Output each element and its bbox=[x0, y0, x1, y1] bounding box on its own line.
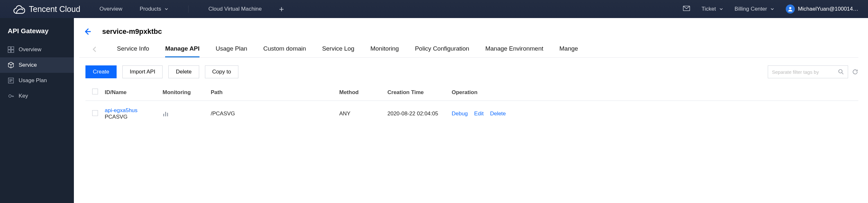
sidebar-item-usage-plan[interactable]: Usage Plan bbox=[0, 73, 74, 88]
topnav-right: Ticket Billing Center MichaelYuan@100014… bbox=[683, 4, 858, 14]
svg-rect-5 bbox=[11, 50, 14, 52]
svg-point-8 bbox=[839, 70, 842, 73]
tab-label: Manage Environment bbox=[486, 45, 544, 52]
svg-rect-4 bbox=[8, 50, 10, 52]
tab-label: Service Info bbox=[117, 45, 149, 52]
cell-monitoring bbox=[162, 101, 211, 127]
nav-billing-label: Billing Center bbox=[735, 6, 767, 12]
tab-usage-plan[interactable]: Usage Plan bbox=[216, 41, 247, 57]
nav-divider bbox=[188, 5, 189, 12]
api-id-link[interactable]: api-egxa5hus bbox=[105, 107, 162, 114]
tab-label: Service Log bbox=[322, 45, 354, 52]
row-checkbox[interactable] bbox=[92, 110, 98, 116]
col-method: Method bbox=[339, 85, 388, 101]
svg-rect-10 bbox=[165, 112, 166, 116]
api-table: ID/Name Monitoring Path Method Creation … bbox=[86, 85, 858, 127]
sidebar: API Gateway Overview Service Usage Plan … bbox=[0, 18, 74, 203]
col-op: Operation bbox=[452, 85, 858, 101]
chevron-down-icon bbox=[164, 7, 168, 11]
svg-rect-9 bbox=[163, 114, 164, 116]
tabs: Service Info Manage API Usage Plan Custo… bbox=[79, 41, 858, 58]
svg-rect-3 bbox=[11, 47, 14, 49]
svg-point-7 bbox=[9, 95, 11, 97]
sidebar-item-overview[interactable]: Overview bbox=[0, 42, 74, 57]
tab-label: Policy Configuration bbox=[415, 45, 469, 52]
page-title: service-m9pxktbc bbox=[102, 27, 162, 36]
nav-products-label: Products bbox=[140, 6, 161, 12]
col-path: Path bbox=[211, 85, 339, 101]
tab-service-info[interactable]: Service Info bbox=[117, 41, 149, 57]
nav-cvm[interactable]: Cloud Virtual Machine bbox=[209, 6, 262, 12]
toolbar-search bbox=[768, 66, 858, 78]
list-icon bbox=[8, 77, 14, 84]
nav-overview[interactable]: Overview bbox=[100, 6, 122, 12]
sidebar-item-service[interactable]: Service bbox=[0, 57, 74, 73]
cloud-logo-icon bbox=[13, 3, 25, 15]
tab-service-log[interactable]: Service Log bbox=[322, 41, 354, 57]
brand[interactable]: Tencent Cloud bbox=[13, 3, 80, 15]
nav-add-button[interactable]: + bbox=[279, 5, 284, 13]
key-icon bbox=[8, 93, 14, 99]
create-button[interactable]: Create bbox=[86, 66, 117, 78]
op-delete[interactable]: Delete bbox=[490, 110, 506, 117]
copy-to-button[interactable]: Copy to bbox=[205, 66, 239, 78]
select-all-checkbox[interactable] bbox=[92, 88, 98, 95]
page-header: service-m9pxktbc bbox=[79, 25, 858, 40]
tab-label: Mange bbox=[559, 45, 578, 52]
tab-custom-domain[interactable]: Custom domain bbox=[264, 41, 306, 57]
mail-icon[interactable] bbox=[683, 5, 690, 13]
svg-rect-2 bbox=[8, 47, 10, 49]
cell-path: /PCASVG bbox=[211, 101, 339, 127]
nav-overview-label: Overview bbox=[100, 6, 122, 12]
tab-label: Manage API bbox=[165, 45, 199, 52]
cell-op: Debug Edit Delete bbox=[452, 101, 858, 127]
chevron-down-icon bbox=[719, 7, 723, 11]
op-edit[interactable]: Edit bbox=[474, 110, 484, 117]
import-api-button[interactable]: Import API bbox=[122, 66, 162, 78]
col-id: ID/Name bbox=[105, 85, 162, 101]
nav-cvm-label: Cloud Virtual Machine bbox=[209, 6, 262, 12]
op-debug[interactable]: Debug bbox=[452, 110, 468, 117]
tab-monitoring[interactable]: Monitoring bbox=[370, 41, 399, 57]
nav-user-label: MichaelYuan@100014… bbox=[798, 6, 858, 12]
tab-label: Monitoring bbox=[370, 45, 399, 52]
tabs-scroll-left[interactable] bbox=[92, 46, 101, 52]
sidebar-item-key[interactable]: Key bbox=[0, 88, 74, 104]
brand-text: Tencent Cloud bbox=[29, 4, 80, 14]
search-icon[interactable] bbox=[838, 69, 844, 75]
table-header-row: ID/Name Monitoring Path Method Creation … bbox=[86, 85, 858, 101]
cell-id: api-egxa5hus PCASVG bbox=[105, 101, 162, 127]
table-row: api-egxa5hus PCASVG /PCASVG ANY 2020-08-… bbox=[86, 101, 858, 127]
tab-policy-configuration[interactable]: Policy Configuration bbox=[415, 41, 469, 57]
refresh-icon[interactable] bbox=[852, 69, 858, 75]
toolbar: Create Import API Delete Copy to bbox=[86, 66, 858, 85]
nav-ticket[interactable]: Ticket bbox=[702, 6, 723, 12]
cell-method: ANY bbox=[339, 101, 388, 127]
col-ctime: Creation Time bbox=[388, 85, 452, 101]
content-panel: Create Import API Delete Copy to bbox=[86, 66, 858, 127]
nav-products[interactable]: Products bbox=[140, 6, 168, 12]
tab-label: Custom domain bbox=[264, 45, 306, 52]
tab-label: Usage Plan bbox=[216, 45, 247, 52]
tab-manage-environment[interactable]: Manage Environment bbox=[486, 41, 544, 57]
sidebar-item-label: Key bbox=[19, 93, 28, 99]
nav-user[interactable]: MichaelYuan@100014… bbox=[786, 4, 858, 14]
col-monitoring: Monitoring bbox=[162, 85, 211, 101]
sidebar-item-label: Overview bbox=[19, 46, 41, 53]
main: service-m9pxktbc Service Info Manage API… bbox=[74, 18, 868, 203]
sidebar-item-label: Usage Plan bbox=[19, 77, 47, 84]
cell-ctime: 2020-08-22 02:04:05 bbox=[388, 101, 452, 127]
cube-icon bbox=[8, 62, 14, 68]
delete-button[interactable]: Delete bbox=[168, 66, 199, 78]
bars-icon[interactable] bbox=[162, 110, 211, 117]
nav-billing[interactable]: Billing Center bbox=[735, 6, 774, 12]
nav-ticket-label: Ticket bbox=[702, 6, 716, 12]
tab-overflow[interactable]: Mange bbox=[559, 41, 578, 57]
topbar: Tencent Cloud Overview Products Cloud Vi… bbox=[0, 0, 868, 18]
api-name: PCASVG bbox=[105, 114, 162, 120]
back-arrow-button[interactable] bbox=[83, 27, 92, 36]
search-input-wrapper[interactable] bbox=[768, 66, 848, 78]
search-input[interactable] bbox=[772, 69, 835, 75]
sidebar-title: API Gateway bbox=[0, 27, 74, 42]
tab-manage-api[interactable]: Manage API bbox=[165, 41, 199, 57]
